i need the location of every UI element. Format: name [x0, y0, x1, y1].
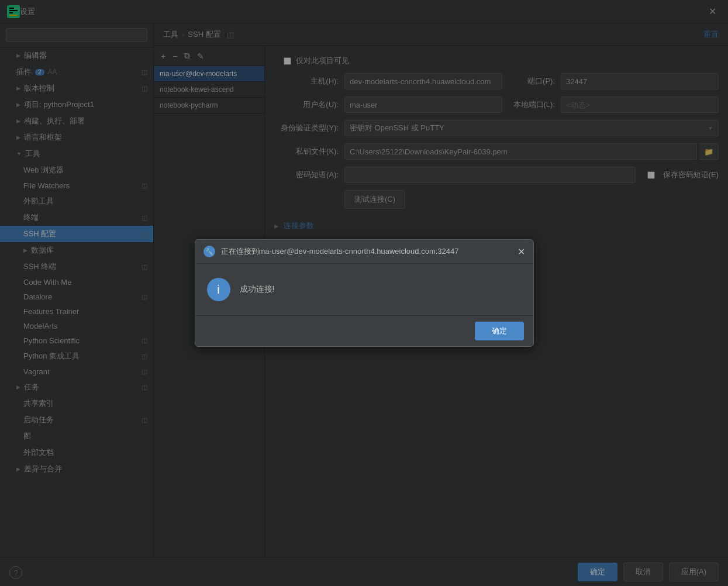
modal-title: 正在连接到ma-user@dev-modelarts-cnnorth4.huaw…: [221, 246, 459, 257]
modal-dialog: 🔧 正在连接到ma-user@dev-modelarts-cnnorth4.hu…: [195, 239, 534, 347]
modal-body: i 成功连接!: [195, 264, 533, 315]
modal-footer: 确定: [195, 315, 533, 346]
modal-success-text: 成功连接!: [240, 284, 275, 295]
modal-icon-label: 🔧: [205, 248, 213, 256]
modal-header-icon: 🔧: [203, 246, 215, 257]
modal-info-symbol: i: [217, 283, 219, 297]
modal-header: 🔧 正在连接到ma-user@dev-modelarts-cnnorth4.hu…: [195, 240, 533, 264]
modal-overlay: 🔧 正在连接到ma-user@dev-modelarts-cnnorth4.hu…: [0, 0, 728, 586]
modal-close-button[interactable]: ✕: [517, 246, 525, 257]
modal-ok-button[interactable]: 确定: [475, 322, 524, 340]
modal-info-icon: i: [207, 278, 230, 301]
